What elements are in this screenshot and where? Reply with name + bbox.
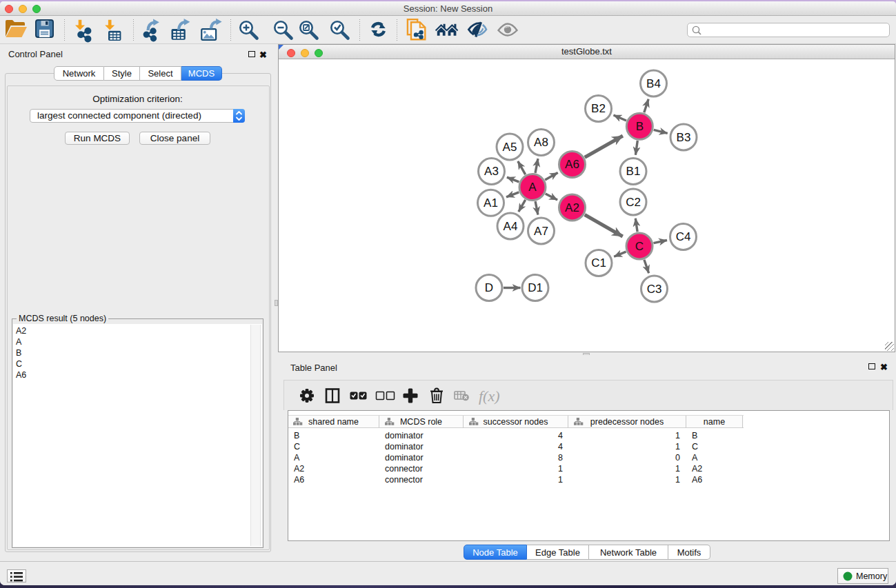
svg-text:A: A xyxy=(528,181,537,194)
svg-text:B4: B4 xyxy=(646,77,661,90)
svg-text:C3: C3 xyxy=(647,283,662,296)
svg-text:C1: C1 xyxy=(591,256,606,270)
svg-text:A1: A1 xyxy=(484,196,498,210)
svg-text:A2: A2 xyxy=(565,201,579,214)
svg-text:A6: A6 xyxy=(565,158,579,171)
svg-text:A8: A8 xyxy=(534,136,548,149)
svg-text:A4: A4 xyxy=(504,220,518,233)
svg-text:f(x): f(x) xyxy=(479,387,500,405)
svg-text:A3: A3 xyxy=(484,165,499,178)
svg-text:D1: D1 xyxy=(528,281,543,294)
svg-text:C2: C2 xyxy=(626,196,641,209)
svg-text:C: C xyxy=(635,240,644,253)
svg-text:B2: B2 xyxy=(591,102,606,115)
svg-text:A5: A5 xyxy=(503,141,517,154)
svg-text:A7: A7 xyxy=(534,225,548,238)
svg-text:B1: B1 xyxy=(626,165,641,178)
svg-text:B: B xyxy=(636,120,644,133)
svg-text:D: D xyxy=(485,281,493,294)
svg-text:C4: C4 xyxy=(676,230,691,243)
svg-text:B3: B3 xyxy=(677,131,691,144)
